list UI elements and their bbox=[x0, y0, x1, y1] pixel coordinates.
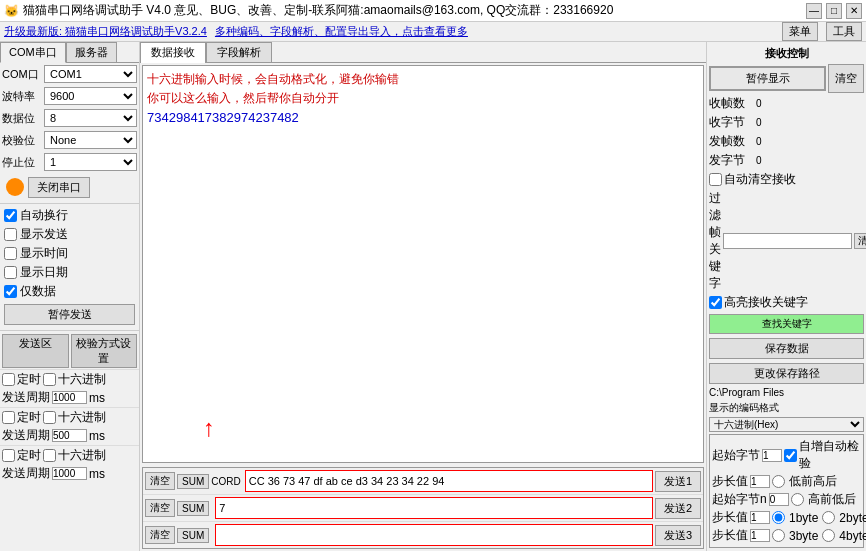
pause-display-button[interactable]: 暂停显示 bbox=[709, 66, 826, 91]
start-byte-input[interactable] bbox=[762, 449, 782, 462]
hex-check-1[interactable] bbox=[43, 373, 56, 386]
hex-check-3[interactable] bbox=[43, 449, 56, 462]
tab-field-parse[interactable]: 字段解析 bbox=[206, 42, 272, 62]
sum-btn-2[interactable]: SUM bbox=[177, 501, 209, 516]
cord-label-1: CORD bbox=[211, 476, 240, 487]
send-input-2[interactable] bbox=[215, 497, 653, 519]
maximize-button[interactable]: □ bbox=[826, 3, 842, 19]
2byte-radio[interactable] bbox=[822, 511, 835, 524]
menu-button[interactable]: 菜单 bbox=[782, 22, 818, 41]
period-input-2[interactable] bbox=[52, 429, 87, 442]
period-input-3[interactable] bbox=[52, 467, 87, 480]
send-input-row-1: 清空 SUM CORD 发送1 bbox=[143, 468, 703, 495]
title-bar-controls: — □ ✕ bbox=[806, 3, 862, 19]
app-icon: 🐱 bbox=[4, 4, 19, 18]
center-panel: 数据接收 字段解析 十六进制输入时候，会自动格式化，避免你输错 你可以这么输入，… bbox=[140, 42, 706, 551]
step-size-input-1[interactable] bbox=[750, 475, 770, 488]
stop-bits-select[interactable]: 1 bbox=[44, 153, 137, 171]
hex-label-2: 十六进制 bbox=[58, 409, 106, 426]
more-link[interactable]: 多种编码、字段解析、配置导出导入，点击查看更多 bbox=[215, 24, 468, 39]
timed-check-3[interactable] bbox=[2, 449, 15, 462]
show-send-check[interactable] bbox=[4, 228, 17, 241]
encoding-select[interactable]: 十六进制(Hex) bbox=[709, 417, 864, 432]
start-byte-n-input[interactable] bbox=[769, 493, 789, 506]
send-input-row-3: 清空 SUM 发送3 bbox=[143, 522, 703, 548]
highlight-check[interactable] bbox=[709, 296, 722, 309]
clear-btn-2[interactable]: 清空 bbox=[145, 499, 175, 517]
show-date-check[interactable] bbox=[4, 266, 17, 279]
high-low-radio[interactable] bbox=[791, 493, 804, 506]
auto-clear-check[interactable] bbox=[709, 173, 722, 186]
timed-check-2[interactable] bbox=[2, 411, 15, 424]
auto-newline-label: 自动换行 bbox=[20, 207, 68, 224]
app-title: 猫猫串口网络调试助手 V4.0 意见、BUG、改善、定制-联系阿猫:amaoma… bbox=[23, 2, 613, 19]
byte-count-row: 收字节 0 bbox=[709, 114, 864, 131]
parity-select[interactable]: None bbox=[44, 131, 137, 149]
pause-clear-row: 暂停显示 清空 bbox=[709, 64, 864, 93]
show-time-check[interactable] bbox=[4, 247, 17, 260]
tab-data-receive[interactable]: 数据接收 bbox=[140, 42, 206, 63]
start-byte-n-row: 起始字节n 高前低后 bbox=[712, 491, 861, 508]
send-byte-label: 发字节 bbox=[709, 152, 754, 169]
frame-count-label: 收帧数 bbox=[709, 95, 754, 112]
show-send-label: 显示发送 bbox=[20, 226, 68, 243]
change-path-button[interactable]: 更改保存路径 bbox=[709, 363, 864, 384]
byte-size-radio-group: 1byte 2byte bbox=[772, 511, 866, 525]
step-size-label-1: 步长值 bbox=[712, 473, 748, 490]
save-data-button[interactable]: 保存数据 bbox=[709, 338, 864, 359]
tab-server[interactable]: 服务器 bbox=[66, 42, 117, 62]
1byte-radio[interactable] bbox=[772, 511, 785, 524]
high-low-label: 高前低后 bbox=[808, 491, 856, 508]
send-frame-row: 发帧数 0 bbox=[709, 133, 864, 150]
tool-button[interactable]: 工具 bbox=[826, 22, 862, 41]
hex-label-3: 十六进制 bbox=[58, 447, 106, 464]
step-size-input-2[interactable] bbox=[750, 511, 770, 524]
send-button-3[interactable]: 发送3 bbox=[655, 525, 701, 546]
auto-newline-check[interactable] bbox=[4, 209, 17, 222]
clear-btn-3[interactable]: 清空 bbox=[145, 526, 175, 544]
low-high-label: 低前高后 bbox=[789, 473, 837, 490]
sum-btn-3[interactable]: SUM bbox=[177, 528, 209, 543]
filter-clear-button[interactable]: 清 bbox=[854, 233, 866, 249]
close-button[interactable]: ✕ bbox=[846, 3, 862, 19]
send-input-3[interactable] bbox=[215, 524, 653, 546]
baud-select[interactable]: 9600 bbox=[44, 87, 137, 105]
com-port-group: COM口 COM1 bbox=[2, 65, 137, 83]
sum-btn-1[interactable]: SUM bbox=[177, 474, 209, 489]
tab-com[interactable]: COM串口 bbox=[0, 42, 66, 63]
right-panel: 接收控制 暂停显示 清空 收帧数 0 收字节 0 发帧数 0 发字节 0 自动清… bbox=[706, 42, 866, 551]
period-input-1[interactable] bbox=[52, 391, 87, 404]
step-size-label-2: 步长值 bbox=[712, 509, 748, 526]
data-only-check[interactable] bbox=[4, 285, 17, 298]
4byte-radio[interactable] bbox=[822, 529, 835, 542]
filter-input[interactable] bbox=[723, 233, 852, 249]
auto-detect-check[interactable] bbox=[784, 449, 797, 462]
com-label: COM口 bbox=[2, 67, 42, 82]
step-size-input-3[interactable] bbox=[750, 529, 770, 542]
show-date-label: 显示日期 bbox=[20, 264, 68, 281]
timed-check-1[interactable] bbox=[2, 373, 15, 386]
unit-label-3: ms bbox=[89, 467, 105, 481]
byte-count-value: 0 bbox=[756, 117, 762, 128]
clear-display-button[interactable]: 清空 bbox=[828, 64, 864, 93]
send-input-1[interactable] bbox=[245, 470, 653, 492]
send-row-3-left: 定时 十六进制 发送周期 ms bbox=[0, 445, 139, 483]
pause-send-button[interactable]: 暂停发送 bbox=[4, 304, 135, 325]
find-key-button[interactable]: 查找关键字 bbox=[709, 314, 864, 334]
data-bits-select[interactable]: 8 bbox=[44, 109, 137, 127]
upgrade-link[interactable]: 升级最新版: 猫猫串口网络调试助手V3.2.4 bbox=[4, 24, 207, 39]
2byte-label: 2byte bbox=[839, 511, 866, 525]
com-select[interactable]: COM1 bbox=[44, 65, 137, 83]
hint-number: 73429841738297423748​2 bbox=[147, 108, 699, 129]
send-button-2[interactable]: 发送2 bbox=[655, 498, 701, 519]
menu-bar: 升级最新版: 猫猫串口网络调试助手V3.2.4 多种编码、字段解析、配置导出导入… bbox=[0, 22, 866, 42]
3byte-radio[interactable] bbox=[772, 529, 785, 542]
hex-label-1: 十六进制 bbox=[58, 371, 106, 388]
hex-check-2[interactable] bbox=[43, 411, 56, 424]
minimize-button[interactable]: — bbox=[806, 3, 822, 19]
close-port-button[interactable]: 关闭串口 bbox=[28, 177, 90, 198]
low-high-radio[interactable] bbox=[772, 475, 785, 488]
clear-btn-1[interactable]: 清空 bbox=[145, 472, 175, 490]
byte-count-label: 收字节 bbox=[709, 114, 754, 131]
send-button-1[interactable]: 发送1 bbox=[655, 471, 701, 492]
